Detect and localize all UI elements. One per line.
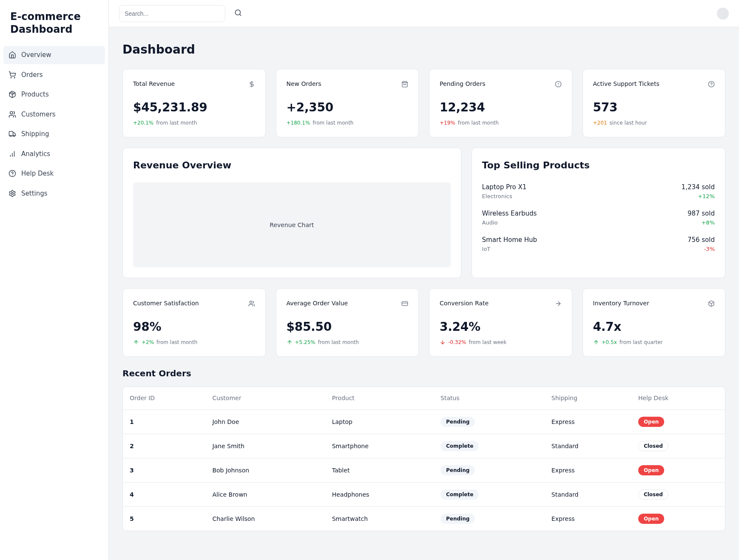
stat-title: Customer Satisfaction (133, 299, 199, 308)
status-badge: Pending (441, 465, 475, 475)
stat-delta: +180.1% (287, 119, 310, 127)
arrow-up-icon (133, 339, 139, 345)
table-header: Product (325, 387, 434, 410)
revenue-chart-placeholder: Revenue Chart (133, 182, 451, 267)
svg-point-9 (11, 193, 14, 195)
alert-circle-icon (555, 81, 562, 88)
sidebar-item-shipping[interactable]: Shipping (3, 125, 105, 143)
stat-value: $85.50 (287, 318, 409, 336)
stat-delta: +20.1% (133, 119, 153, 127)
stat-title: Conversion Rate (440, 299, 489, 308)
sidebar-item-analytics[interactable]: Analytics (3, 145, 105, 163)
td-shipping: Standard (545, 434, 631, 458)
chart-label: Revenue Chart (270, 221, 314, 230)
td-help: Open (631, 458, 725, 483)
top-products-title: Top Selling Products (482, 158, 715, 172)
sidebar-item-label: Orders (21, 70, 43, 80)
table-row[interactable]: 5Charlie WilsonSmartwatchPendingExpressO… (123, 507, 725, 531)
table-header: Order ID (123, 387, 205, 410)
stat-title: New Orders (287, 80, 321, 88)
stat-new-orders: New Orders +2,350 +180.1% from last mont… (276, 69, 419, 137)
dollar-icon (248, 81, 255, 88)
truck-icon (9, 130, 16, 138)
stat-delta: +201 (593, 119, 607, 127)
td-order-id: 3 (123, 458, 205, 483)
top-product-category: IoT (482, 245, 537, 253)
top-product-category: Audio (482, 219, 537, 227)
stat-note: from last quarter (620, 338, 663, 346)
td-help: Open (631, 507, 725, 531)
table-row[interactable]: 2Jane SmithSmartphoneCompleteStandardClo… (123, 434, 725, 458)
stat-note: from last month (156, 338, 197, 346)
stat-value: +2,350 (287, 99, 409, 117)
top-product-name: Smart Home Hub (482, 235, 537, 245)
td-status: Complete (434, 434, 545, 458)
top-product-name: Wireless Earbuds (482, 209, 537, 219)
stat-note: from last month (156, 119, 197, 127)
td-customer: Alice Brown (205, 483, 325, 507)
top-product-row: Smart Home HubIoT756 sold-3% (482, 235, 715, 253)
svg-rect-17 (402, 301, 407, 305)
status-badge: Pending (441, 514, 475, 524)
sidebar-item-products[interactable]: Products (3, 85, 105, 104)
stat-delta: +5.25% (295, 338, 315, 346)
td-order-id: 1 (123, 410, 205, 434)
revenue-overview-card: Revenue Overview Revenue Chart (122, 148, 461, 278)
td-product: Laptop (325, 410, 434, 434)
sidebar-item-helpdesk[interactable]: Help Desk (3, 165, 105, 183)
top-product-sales: 987 sold (688, 209, 715, 219)
users-icon (9, 111, 16, 118)
stat-note: from last week (469, 338, 506, 346)
td-customer: Bob Johnson (205, 458, 325, 483)
stat-value: 3.24% (440, 318, 562, 336)
avatar[interactable] (717, 8, 729, 20)
top-product-name: Laptop Pro X1 (482, 182, 527, 192)
td-help: Closed (631, 483, 725, 507)
credit-card-icon (401, 300, 408, 307)
sidebar-item-label: Shipping (21, 129, 49, 139)
search-input[interactable] (119, 5, 225, 22)
stat-note: from last month (313, 119, 353, 127)
table-header: Help Desk (631, 387, 725, 410)
brand-title: E-commerce Dashboard (10, 10, 98, 36)
sidebar-item-overview[interactable]: Overview (3, 46, 105, 64)
svg-point-16 (250, 301, 252, 303)
top-product-category: Electronics (482, 192, 527, 201)
sidebar-item-label: Customers (21, 110, 56, 119)
stat-title: Total Revenue (133, 80, 175, 88)
stat-title: Pending Orders (440, 80, 486, 88)
bar-chart-icon (9, 150, 16, 158)
recent-orders-card: Order ID Customer Product Status Shippin… (122, 387, 725, 531)
svg-point-4 (10, 135, 11, 136)
top-product-change: -3% (688, 245, 715, 253)
top-product-row: Wireless EarbudsAudio987 sold+8% (482, 209, 715, 227)
sidebar-item-customers[interactable]: Customers (3, 105, 105, 124)
td-order-id: 5 (123, 507, 205, 531)
search-button[interactable] (230, 6, 246, 21)
td-status: Complete (434, 483, 545, 507)
top-product-change: +8% (688, 219, 715, 227)
svg-point-3 (13, 135, 14, 136)
status-badge: Complete (441, 441, 479, 451)
stat-value: 573 (593, 99, 715, 117)
cart-icon (9, 71, 16, 79)
stat-delta: +0.5x (602, 338, 617, 346)
td-customer: Jane Smith (205, 434, 325, 458)
top-product-row: Laptop Pro X1Electronics1,234 sold+12% (482, 182, 715, 200)
table-row[interactable]: 3Bob JohnsonTabletPendingExpressOpen (123, 458, 725, 483)
table-row[interactable]: 1John DoeLaptopPendingExpressOpen (123, 410, 725, 434)
td-status: Pending (434, 410, 545, 434)
sidebar-item-orders[interactable]: Orders (3, 66, 105, 84)
td-status: Pending (434, 458, 545, 483)
stat-delta: +2% (142, 338, 154, 346)
stat-conversion: Conversion Rate 3.24% -0.32% from last w… (429, 288, 572, 357)
stat-value: 98% (133, 318, 255, 336)
td-shipping: Express (545, 458, 631, 483)
table-row[interactable]: 4Alice BrownHeadphonesCompleteStandardCl… (123, 483, 725, 507)
sidebar-item-settings[interactable]: Settings (3, 185, 105, 203)
svg-point-0 (11, 77, 11, 78)
box-icon (708, 300, 715, 307)
sidebar-nav: Overview Orders Products Customers (0, 46, 108, 202)
table-header: Customer (205, 387, 325, 410)
td-product: Tablet (325, 458, 434, 483)
